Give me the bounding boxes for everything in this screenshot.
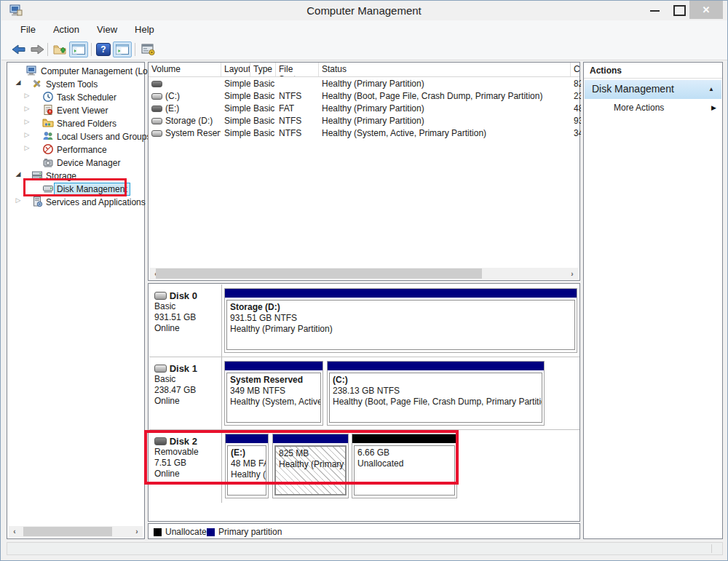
partition-c[interactable]: (C:) 238.13 GB NTFS Healthy (Boot, Page … xyxy=(327,361,545,426)
volume-status: Healthy (Boot, Page File, Crash Dump, Pr… xyxy=(322,91,571,101)
disk-size: 931.51 GB xyxy=(154,312,221,323)
minimize-button[interactable] xyxy=(644,1,666,19)
show-console-tree-toggle[interactable] xyxy=(69,41,88,57)
tree-item-event-viewer[interactable]: Event Viewer xyxy=(7,104,144,117)
volume-row[interactable]: Simple Basic Healthy (Primary Partition)… xyxy=(149,78,579,90)
tree-item-disk-management[interactable]: Disk Management xyxy=(7,183,144,196)
volume-row[interactable]: Storage (D:) Simple Basic NTFS Healthy (… xyxy=(149,115,579,127)
close-button[interactable] xyxy=(689,1,723,19)
tree-item-performance[interactable]: Performance xyxy=(7,143,144,156)
menu-action[interactable]: Action xyxy=(46,22,87,37)
expander-collapsed-icon[interactable] xyxy=(14,196,23,204)
tree-item-storage[interactable]: Storage xyxy=(7,170,144,183)
volume-name: System Reserved xyxy=(165,128,221,138)
scroll-right-icon[interactable]: › xyxy=(131,526,143,537)
expander-collapsed-icon[interactable] xyxy=(23,144,31,151)
volume-row[interactable]: (E:) Simple Basic FAT Healthy (Primary P… xyxy=(149,103,579,115)
window-title: Computer Management xyxy=(1,4,727,17)
help-icon: ? xyxy=(96,43,111,56)
tree-item-label: Event Viewer xyxy=(55,105,110,116)
menu-help[interactable]: Help xyxy=(127,22,162,37)
up-one-level-button[interactable] xyxy=(51,41,68,57)
column-header-volume[interactable]: Volume xyxy=(149,63,221,76)
maximize-button[interactable] xyxy=(668,1,689,19)
legend-primary-partition: Primary partition xyxy=(207,527,282,537)
disk2-label[interactable]: Disk 2 Removable 7.51 GB Online xyxy=(149,430,222,503)
forward-button[interactable] xyxy=(28,41,46,57)
column-header-capacity[interactable]: C xyxy=(571,63,579,76)
console-options-button[interactable] xyxy=(139,41,158,57)
primary-partition-bar xyxy=(225,362,323,370)
back-button[interactable] xyxy=(10,41,28,57)
help-button[interactable]: ? xyxy=(95,41,112,57)
tree-horizontal-scrollbar[interactable]: ‹ › xyxy=(9,526,143,537)
tree-item-device-manager[interactable]: Device Manager xyxy=(7,156,144,170)
partition-status: Healthy (Primary xyxy=(279,459,342,470)
partition-825mb-selected[interactable]: 825 MB Healthy (Primary xyxy=(272,434,349,498)
scrollbar-thumb[interactable] xyxy=(23,527,112,536)
tree-item-computer-management[interactable]: Computer Management (Local) xyxy=(7,65,144,78)
partition-e[interactable]: (E:) 48 MB FA Healthy ( xyxy=(225,434,269,498)
partition-unallocated[interactable]: 6.66 GB Unallocated xyxy=(352,434,457,498)
partition-storage-d[interactable]: Storage (D:) 931.51 GB NTFS Healthy (Pri… xyxy=(224,288,577,353)
computer-icon xyxy=(26,65,38,76)
menu-view[interactable]: View xyxy=(90,22,124,37)
actions-group-disk-management[interactable]: Disk Management xyxy=(585,80,721,99)
partition-status: Unallocated xyxy=(357,458,451,469)
legend-label: Unallocated xyxy=(165,527,211,537)
console-tree-icon xyxy=(72,44,85,55)
device-manager-icon xyxy=(42,156,54,168)
disk-icon xyxy=(154,437,167,445)
volume-capacity: 82 xyxy=(574,79,581,89)
legend-bar: Unallocated Primary partition xyxy=(148,523,580,539)
selected-partition-hatch: 825 MB Healthy (Primary xyxy=(274,445,347,496)
volume-type: Basic xyxy=(253,79,276,89)
scroll-left-icon[interactable]: ‹ xyxy=(9,526,20,537)
volume-row[interactable]: (C:) Simple Basic NTFS Healthy (Boot, Pa… xyxy=(149,90,579,103)
tree-item-services-and-applications[interactable]: Services and Applications xyxy=(7,196,144,209)
forward-icon xyxy=(29,44,45,55)
column-header-file-system[interactable]: File System xyxy=(276,63,319,76)
partition-system-reserved[interactable]: System Reserved 349 MB NTFS Healthy (Sys… xyxy=(224,361,323,426)
tree-item-label: Storage xyxy=(44,170,79,182)
scrollbar-thumb[interactable] xyxy=(156,268,482,279)
column-header-layout[interactable]: Layout xyxy=(221,63,250,76)
tree-item-shared-folders[interactable]: Shared Folders xyxy=(7,117,144,130)
primary-partition-swatch xyxy=(207,528,215,536)
tree-item-label: Services and Applications xyxy=(44,196,148,208)
disk-status: Online xyxy=(154,469,221,480)
performance-icon xyxy=(42,143,54,155)
actions-group-label: Disk Management xyxy=(592,83,674,95)
toolbar: ? xyxy=(1,39,728,60)
disk1-label[interactable]: Disk 1 Basic 238.47 GB Online xyxy=(149,357,222,429)
volume-horizontal-scrollbar[interactable]: ‹ › xyxy=(150,268,578,279)
partition-size: 825 MB xyxy=(279,448,342,459)
system-tools-icon xyxy=(31,78,43,89)
column-header-status[interactable]: Status xyxy=(319,63,571,76)
disk-kind: Removable xyxy=(154,447,221,458)
expander-collapsed-icon[interactable] xyxy=(23,92,31,99)
expander-expanded-icon[interactable] xyxy=(14,170,23,178)
scroll-right-icon[interactable]: › xyxy=(566,268,578,279)
tree-item-label: Device Manager xyxy=(55,157,122,169)
tree-item-local-users-and-groups[interactable]: Local Users and Groups xyxy=(7,130,144,143)
tree-item-task-scheduler[interactable]: Task Scheduler xyxy=(7,91,144,104)
disk0-label[interactable]: Disk 0 Basic 931.51 GB Online xyxy=(149,285,222,357)
expander-collapsed-icon[interactable] xyxy=(23,118,31,125)
expander-collapsed-icon[interactable] xyxy=(23,105,31,112)
volume-row[interactable]: System Reserved Simple Basic NTFS Health… xyxy=(149,127,579,140)
volume-capacity: 93 xyxy=(574,116,581,126)
show-action-pane-toggle[interactable] xyxy=(113,41,132,57)
expander-expanded-icon[interactable] xyxy=(14,79,23,86)
column-header-type[interactable]: Type xyxy=(250,63,276,76)
partition-size: 6.66 GB xyxy=(357,447,451,458)
menu-file[interactable]: File xyxy=(13,22,43,37)
partition-status: Healthy (System, Active xyxy=(230,397,317,407)
disk-name: Disk 1 xyxy=(154,363,221,374)
tree-item-system-tools[interactable]: System Tools xyxy=(7,78,144,91)
volume-icon xyxy=(151,128,163,138)
partition-size: 238.13 GB NTFS xyxy=(333,386,539,397)
more-actions-item[interactable]: More Actions xyxy=(585,101,721,115)
actions-pane: Actions Disk Management More Actions xyxy=(583,62,723,539)
expander-collapsed-icon[interactable] xyxy=(23,131,31,138)
